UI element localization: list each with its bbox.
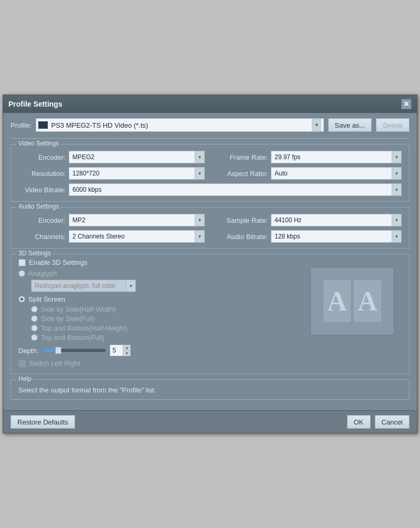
depth-spin-down[interactable]: ▼: [123, 351, 130, 356]
resolution-row: Resolution: 1280*720: [18, 167, 205, 180]
switch-label: Switch Left Right: [29, 359, 80, 367]
preview-aa: A A: [323, 280, 381, 322]
side-full-label: Side by Side(Full): [41, 315, 95, 323]
3d-settings-title: 3D Settings: [16, 250, 53, 257]
anaglyph-select[interactable]: Red/cyan anaglyph, full color: [31, 279, 136, 292]
video-bitrate-label: Video Bitrate:: [18, 186, 66, 194]
delete-button[interactable]: Delete: [376, 118, 410, 132]
frame-rate-label: Frame Rate:: [215, 153, 268, 161]
preview-box: A A: [310, 267, 394, 335]
video-bitrate-select[interactable]: 6000 kbps: [69, 183, 402, 196]
frame-rate-arrow[interactable]: [392, 151, 401, 163]
encoder-row: Encoder: MPEG2: [18, 151, 205, 163]
top-half-radio[interactable]: [31, 325, 38, 332]
restore-defaults-button[interactable]: Restore Defaults: [10, 415, 75, 429]
audio-bitrate-label: Audio Bitrate:: [215, 233, 268, 241]
audio-bitrate-row: Audio Bitrate: 128 kbps: [215, 230, 402, 243]
resolution-arrow[interactable]: [195, 168, 204, 179]
3d-content: Enable 3D Settings Anaglyph Red/cyan ana…: [18, 258, 402, 367]
depth-value: 5: [110, 347, 123, 354]
resolution-label: Resolution:: [18, 170, 66, 178]
channels-row: Channels: 2 Channels Stereo: [18, 230, 205, 243]
preview-a2: A: [354, 280, 381, 322]
dialog: Profile Settings ✕ Profile: PS3 MPEG2-TS…: [3, 95, 417, 433]
video-bitrate-arrow[interactable]: [392, 184, 401, 195]
audio-bitrate-value: 128 kbps: [271, 231, 392, 242]
switch-row: Switch Left Right: [18, 359, 402, 367]
depth-spin-up[interactable]: ▲: [123, 345, 130, 351]
bottom-bar: Restore Defaults OK Cancel: [3, 410, 417, 433]
preview-a1: A: [323, 280, 351, 322]
cancel-button[interactable]: Cancel: [375, 415, 410, 429]
encoder-arrow[interactable]: [195, 151, 204, 163]
close-button[interactable]: ✕: [401, 99, 412, 109]
channels-select[interactable]: 2 Channels Stereo: [69, 230, 205, 243]
anaglyph-label: Anaglyph: [28, 270, 57, 277]
side-full-radio[interactable]: [31, 315, 38, 322]
anaglyph-value: Red/cyan anaglyph, full color: [32, 280, 126, 292]
depth-spinbox[interactable]: 5 ▲ ▼: [110, 345, 131, 356]
enable-3d-row: Enable 3D Settings: [18, 258, 402, 266]
sample-rate-row: Sample Rate: 44100 Hz: [215, 214, 402, 226]
channels-arrow[interactable]: [195, 231, 204, 242]
sample-rate-arrow[interactable]: [392, 214, 401, 226]
depth-slider[interactable]: [43, 349, 106, 352]
profile-label: Profile:: [10, 121, 32, 129]
save-as-button[interactable]: Save as...: [328, 118, 372, 132]
aspect-ratio-arrow[interactable]: [392, 168, 401, 179]
dialog-title: Profile Settings: [8, 100, 62, 108]
sample-rate-value: 44100 Hz: [271, 214, 392, 226]
profile-icon: [38, 121, 48, 129]
top-full-label: Top and Bottom(Full): [41, 334, 104, 341]
top-full-radio[interactable]: [31, 334, 38, 341]
aspect-ratio-label: Aspect Ratio:: [215, 170, 268, 178]
depth-row: Depth: 5 ▲ ▼: [18, 345, 402, 356]
side-half-radio[interactable]: [31, 306, 38, 313]
video-bitrate-value: 6000 kbps: [69, 184, 392, 195]
video-settings-section: Video Settings Encoder: MPEG2 Frame Rate…: [10, 144, 410, 202]
frame-rate-select[interactable]: 29.97 fps: [271, 151, 402, 163]
enable-3d-label: Enable 3D Settings: [29, 258, 87, 266]
sample-rate-label: Sample Rate:: [215, 216, 268, 224]
dialog-body: Profile: PS3 MPEG2-TS HD Video (*.ts) Sa…: [3, 113, 417, 410]
anaglyph-arrow[interactable]: [126, 280, 135, 292]
split-screen-label: Split Screen: [28, 295, 65, 303]
profile-value: PS3 MPEG2-TS HD Video (*.ts): [51, 121, 308, 129]
side-half-label: Side by Side(Half-Width): [41, 305, 116, 313]
bottom-right-buttons: OK Cancel: [347, 415, 410, 429]
encoder-value: MPEG2: [69, 151, 195, 163]
anaglyph-radio[interactable]: [18, 270, 25, 277]
enable-3d-checkbox[interactable]: [18, 259, 26, 266]
depth-label: Depth:: [18, 347, 38, 355]
split-screen-radio[interactable]: [18, 296, 25, 303]
audio-settings-title: Audio Settings: [16, 203, 61, 210]
aspect-ratio-row: Aspect Ratio: Auto: [215, 167, 402, 180]
aspect-ratio-select[interactable]: Auto: [271, 167, 402, 180]
depth-slider-thumb[interactable]: [55, 347, 61, 354]
resolution-select[interactable]: 1280*720: [69, 167, 205, 180]
audio-bitrate-arrow[interactable]: [392, 231, 401, 242]
audio-encoder-arrow[interactable]: [195, 214, 204, 226]
switch-checkbox[interactable]: [18, 360, 26, 367]
audio-encoder-select[interactable]: MP2: [69, 214, 205, 226]
help-title: Help: [16, 375, 34, 382]
audio-encoder-row: Encoder: MP2: [18, 214, 205, 226]
audio-bitrate-select[interactable]: 128 kbps: [271, 230, 402, 243]
encoder-select[interactable]: MPEG2: [69, 151, 205, 163]
3d-settings-section: 3D Settings Enable 3D Settings Anaglyph …: [10, 254, 410, 374]
video-bitrate-row: Video Bitrate: 6000 kbps: [18, 183, 402, 196]
resolution-value: 1280*720: [69, 168, 195, 179]
title-bar: Profile Settings ✕: [3, 95, 417, 113]
audio-settings-grid: Encoder: MP2 Sample Rate: 44100 Hz: [18, 214, 402, 243]
ok-button[interactable]: OK: [347, 415, 371, 429]
audio-encoder-label: Encoder:: [18, 216, 66, 224]
profile-dropdown-arrow[interactable]: [312, 119, 321, 131]
channels-value: 2 Channels Stereo: [69, 231, 195, 242]
help-text: Select the output format from the "Profi…: [18, 386, 402, 394]
channels-label: Channels:: [18, 233, 66, 241]
profile-dropdown[interactable]: PS3 MPEG2-TS HD Video (*.ts): [36, 118, 323, 132]
video-settings-grid: Encoder: MPEG2 Frame Rate: 29.97 fps: [18, 151, 402, 180]
profile-row: Profile: PS3 MPEG2-TS HD Video (*.ts) Sa…: [10, 118, 410, 132]
sample-rate-select[interactable]: 44100 Hz: [271, 214, 402, 226]
frame-rate-row: Frame Rate: 29.97 fps: [215, 151, 402, 163]
